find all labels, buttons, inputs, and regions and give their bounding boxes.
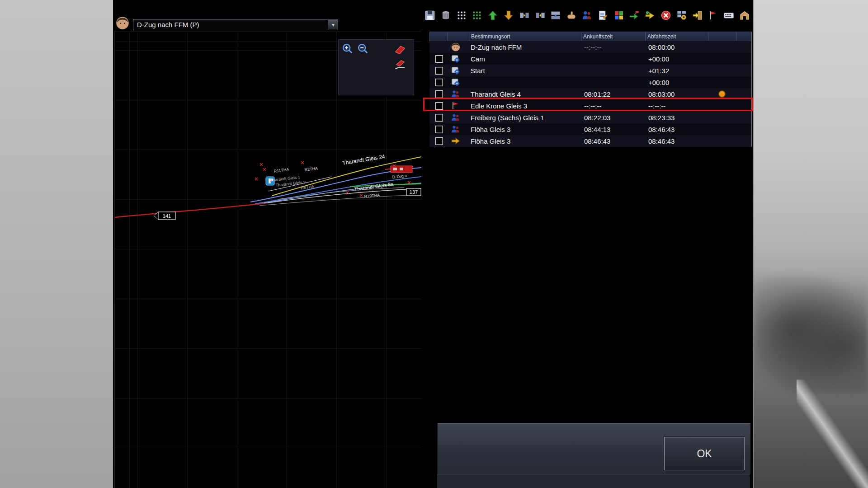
grid-light-button[interactable] (455, 8, 468, 23)
insert-flag-button[interactable] (628, 8, 641, 23)
settings-grid-button[interactable] (675, 8, 688, 23)
insert-arrow-button[interactable] (644, 8, 656, 23)
gear-icon (451, 78, 460, 87)
row-checkbox[interactable] (435, 137, 443, 145)
destination-cell: Edle Krone Gleis 3 (469, 102, 581, 110)
table-row-blank[interactable]: +00:00 (429, 76, 751, 88)
red-tool-button-1[interactable] (394, 43, 406, 56)
delete-button[interactable] (439, 8, 452, 23)
table-row-freiberg[interactable]: Freiberg (Sachs) Gleis 1 08:22:03 08:23:… (429, 112, 751, 123)
arrival-cell: 08:44:13 (581, 126, 645, 133)
zoom-in-button[interactable] (341, 42, 354, 55)
merge-rows-button[interactable] (549, 8, 562, 23)
map-label: R19THA (364, 192, 380, 199)
hand-button[interactable] (565, 8, 578, 23)
depot-icon (739, 9, 750, 21)
row-checkbox[interactable] (435, 102, 443, 110)
map-label: R2THA (304, 166, 318, 172)
table-header: Bestimmungsort Ankunftszeit Abfahrtszeit (429, 32, 751, 41)
chevron-down-icon[interactable]: ▼ (328, 20, 338, 29)
schedule-toolbar (424, 7, 751, 23)
train-select[interactable]: D-Zug nach FFM (P) ▼ (133, 19, 338, 30)
red-tool-button-2[interactable] (394, 59, 406, 71)
header-departure: Abfahrtszeit (645, 32, 708, 41)
insert-flag-icon (629, 9, 640, 21)
edit-list-button[interactable] (597, 8, 609, 23)
screen: D-Zug nach FFM (P) ▼ (0, 0, 868, 488)
flag-button[interactable] (707, 8, 719, 23)
row-checkbox[interactable] (435, 79, 443, 86)
header-arrival: Ankunftszeit (581, 32, 645, 41)
grid-icon (456, 9, 467, 21)
departure-cell: 08:23:33 (645, 114, 708, 122)
trash-icon (440, 9, 451, 21)
dialog-footer-strip (437, 474, 750, 488)
exit-door-button[interactable] (691, 8, 704, 23)
color-grid-button[interactable] (613, 8, 625, 23)
keyboard-button[interactable] (722, 8, 735, 23)
split-right-button[interactable] (534, 8, 547, 23)
header-destination: Bestimmungsort (469, 32, 581, 41)
train-marker (391, 166, 412, 173)
red-flag-icon (451, 101, 460, 110)
destination-cell: Flöha Gleis 3 (469, 137, 581, 145)
passengers-button[interactable] (581, 8, 594, 23)
route-map[interactable]: Tharandt Gleis 24 R2THA R11THA Tharandt … (114, 32, 421, 488)
insert-arrow-icon (645, 9, 656, 21)
status-icon (718, 90, 726, 98)
table-row-start[interactable]: Start +01:32 (429, 65, 751, 76)
table-row-floeha-2[interactable]: Flöha Gleis 3 08:46:43 08:46:43 (429, 135, 751, 147)
driver-avatar-icon (451, 42, 460, 52)
map-label: R11THA (274, 167, 289, 174)
table-row-floeha-1[interactable]: Flöha Gleis 3 08:44:13 08:46:43 (429, 123, 751, 135)
signal-plate-141: 141 (154, 212, 175, 220)
split-left-button[interactable] (518, 8, 531, 23)
desktop-background-left (0, 0, 113, 488)
departure-cell: --:--:-- (645, 102, 708, 110)
red-x-icon (660, 9, 671, 21)
arrow-down-icon (503, 9, 514, 21)
map-toolbox (338, 39, 414, 95)
departure-cell: 08:00:00 (645, 43, 708, 51)
row-checkbox[interactable] (435, 67, 443, 75)
row-checkbox[interactable] (435, 90, 443, 98)
move-up-button[interactable] (486, 8, 499, 23)
header-extra-1 (708, 32, 736, 41)
departure-cell: 08:46:43 (645, 126, 708, 133)
table-row-train[interactable]: D-Zug nach FFM --:--:-- 08:00:00 (429, 41, 751, 53)
table-row-cam[interactable]: Cam +00:00 (429, 53, 751, 65)
departure-cell: +00:00 (645, 55, 708, 63)
delete-entry-button[interactable] (660, 8, 672, 23)
desktop-background-right (753, 0, 868, 488)
departure-cell: +00:00 (645, 79, 708, 86)
table-row-edle-krone[interactable]: Edle Krone Gleis 3 --:--:-- --:--:-- (429, 100, 751, 112)
arrow-up-icon (487, 9, 498, 21)
gear-icon (451, 66, 460, 75)
svg-text:141: 141 (163, 213, 171, 219)
color-grid-icon (613, 9, 624, 21)
row-checkbox[interactable] (435, 55, 443, 63)
table-row-tharandt[interactable]: Tharandt Gleis 4 08:01:22 08:03:00 (429, 88, 751, 100)
zoom-out-button[interactable] (357, 42, 369, 55)
destination-cell: Flöha Gleis 3 (469, 126, 581, 133)
row-checkbox[interactable] (435, 126, 443, 133)
signal-plate-137: 137 (406, 188, 421, 196)
settings-grid-icon (676, 9, 687, 21)
row-checkbox[interactable] (435, 114, 443, 122)
move-down-button[interactable] (502, 8, 515, 23)
people-icon (451, 113, 460, 122)
depot-button[interactable] (738, 8, 751, 23)
red-pen-icon (394, 59, 406, 70)
map-label: R6THA (301, 184, 314, 190)
green-grid-icon (472, 9, 482, 21)
grid-green-button[interactable] (471, 8, 483, 23)
destination-cell: Cam (469, 55, 581, 63)
arrival-cell: 08:22:03 (581, 114, 645, 122)
save-icon (425, 9, 435, 21)
save-button[interactable] (424, 8, 436, 23)
ok-button[interactable]: OK (664, 437, 745, 470)
door-arrow-icon (692, 9, 703, 21)
arrival-cell: --:--:-- (581, 43, 645, 51)
depart-arrow-icon (451, 136, 460, 145)
passengers-icon (582, 9, 593, 21)
